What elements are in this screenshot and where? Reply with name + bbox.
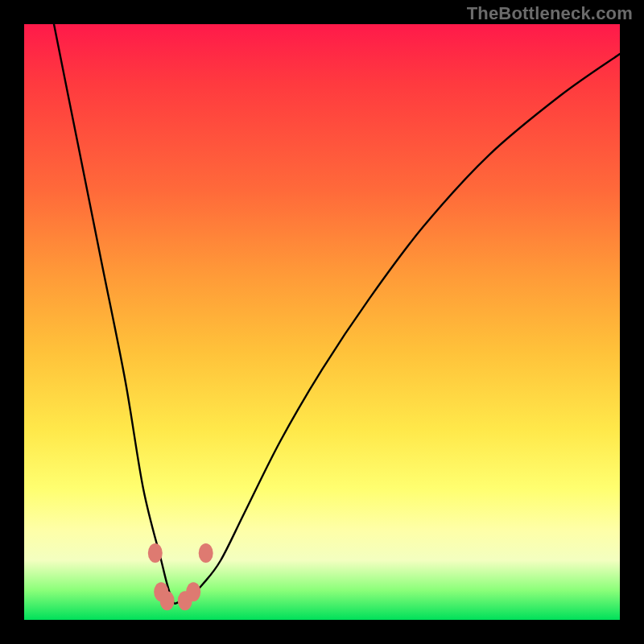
curve-layer [24, 24, 620, 620]
curve-markers [148, 543, 213, 610]
watermark-text: TheBottleneck.com [467, 3, 633, 24]
curve-marker [148, 543, 163, 563]
chart-frame: TheBottleneck.com [0, 0, 644, 644]
curve-marker [160, 591, 175, 610]
plot-area [24, 24, 620, 620]
curve-marker [186, 582, 200, 601]
bottleneck-curve [54, 24, 620, 604]
curve-marker [199, 543, 213, 563]
